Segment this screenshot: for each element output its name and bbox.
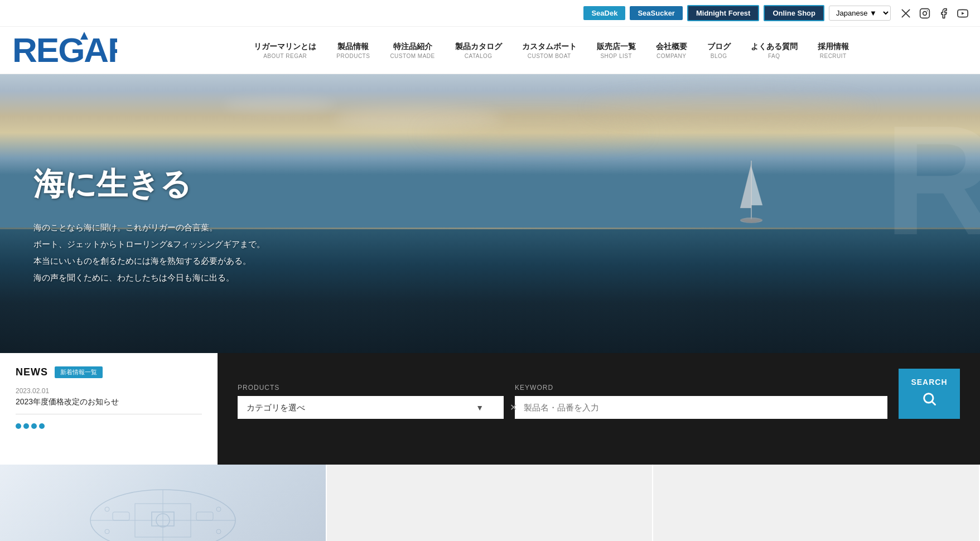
nav-catalog[interactable]: 製品カタログ CATALOG — [445, 36, 512, 65]
svg-point-20 — [105, 507, 109, 511]
svg-marker-3 — [962, 12, 964, 15]
twitter-icon[interactable] — [900, 7, 912, 20]
svg-rect-18 — [113, 512, 129, 520]
hero-cloud-2 — [223, 96, 335, 113]
seadek-button[interactable]: SeaDek — [583, 6, 625, 20]
svg-rect-19 — [196, 512, 213, 520]
nav-custom-boat[interactable]: カスタムボート CUSTOM BOAT — [512, 36, 587, 65]
nav-shop-list[interactable]: 販売店一覧 SHOP LIST — [587, 36, 646, 65]
product-card-1-inner — [0, 465, 326, 541]
search-row: PRODUCTS カテゴリを選べ ▼ ✕ KEYWORD SEARCH — [238, 369, 960, 419]
facebook-icon[interactable] — [938, 7, 950, 20]
search-button-label: SEARCH — [911, 378, 947, 387]
news-label: NEWS — [16, 366, 48, 378]
news-panel: NEWS 新着情報一覧 2023.02.01 2023年度価格改定のお知らせ — [0, 353, 218, 465]
svg-rect-0 — [920, 8, 930, 18]
svg-point-23 — [216, 529, 221, 534]
youtube-icon[interactable] — [957, 7, 969, 20]
nav-products[interactable]: 製品情報 PRODUCTS — [326, 36, 380, 65]
header: REGAR リガーマリンとは ABOUT REGAR 製品情報 PRODUCTS… — [0, 27, 980, 74]
news-header: NEWS 新着情報一覧 — [16, 366, 202, 378]
language-select[interactable]: Japanese ▼ English — [829, 6, 891, 21]
seasucker-button[interactable]: SeaSucker — [630, 6, 683, 20]
svg-point-22 — [105, 529, 109, 534]
category-select[interactable]: カテゴリを選べ — [238, 396, 504, 419]
keyword-label: KEYWORD — [515, 384, 887, 392]
nav-about[interactable]: リガーマリンとは ABOUT REGAR — [244, 36, 326, 65]
nav-blog[interactable]: ブログ BLOG — [697, 36, 741, 65]
search-keyword-col: KEYWORD — [515, 384, 887, 419]
svg-line-11 — [932, 402, 935, 404]
hero-cloud-3 — [422, 119, 645, 147]
svg-point-21 — [216, 507, 221, 511]
online-shop-button[interactable]: Online Shop — [764, 5, 824, 21]
search-button[interactable]: SEARCH — [899, 369, 960, 419]
midnight-forest-button[interactable]: Midnight Forest — [687, 5, 760, 21]
products-label: PRODUCTS — [238, 384, 504, 392]
hero-body: 海のことなら海に聞け。これがリガーの合言葉。 ボート、ジェットからトローリング&… — [33, 219, 265, 286]
svg-text:REGAR: REGAR — [12, 31, 117, 69]
product-grid-area — [0, 465, 980, 541]
clear-category-button[interactable]: ✕ — [510, 402, 517, 413]
dot-1[interactable] — [16, 423, 21, 429]
news-article-title[interactable]: 2023年度価格改定のお知らせ — [16, 397, 202, 407]
hero-text: 海に生きる 海のことなら海に聞け。これがリガーの合言葉。 ボート、ジェットからト… — [33, 163, 265, 286]
news-divider — [16, 414, 202, 414]
news-scroll-dots — [16, 423, 202, 429]
nav-faq[interactable]: よくある質問 FAQ — [741, 36, 808, 65]
category-select-wrapper: カテゴリを選べ ▼ ✕ — [238, 396, 504, 419]
nav-company[interactable]: 会社概要 COMPANY — [646, 36, 697, 65]
svg-marker-8 — [751, 166, 762, 205]
search-button-icon — [921, 391, 937, 410]
svg-marker-7 — [740, 163, 751, 208]
dot-3[interactable] — [31, 423, 37, 429]
top-bar: SeaDek SeaSucker Midnight Forest Online … — [0, 0, 980, 27]
svg-point-2 — [927, 10, 928, 11]
instagram-icon[interactable] — [919, 7, 931, 20]
search-products-col: PRODUCTS カテゴリを選べ ▼ ✕ — [238, 384, 504, 419]
news-date: 2023.02.01 — [16, 387, 202, 395]
hero-cloud-4 — [590, 91, 868, 124]
product-card-2[interactable] — [327, 465, 654, 541]
main-nav: リガーマリンとは ABOUT REGAR 製品情報 PRODUCTS 特注品紹介… — [134, 36, 969, 65]
product-card-3[interactable] — [653, 465, 980, 541]
search-panel: PRODUCTS カテゴリを選べ ▼ ✕ KEYWORD SEARCH — [218, 353, 980, 465]
nav-custom-made[interactable]: 特注品紹介 CUSTOM MADE — [380, 36, 445, 65]
nav-recruit[interactable]: 採用情報 RECRUIT — [808, 36, 859, 65]
social-icons — [900, 7, 969, 20]
dot-2[interactable] — [23, 423, 29, 429]
product-card-1[interactable] — [0, 465, 327, 541]
news-badge-button[interactable]: 新着情報一覧 — [55, 366, 103, 378]
hero-title: 海に生きる — [33, 163, 265, 206]
dot-4[interactable] — [39, 423, 45, 429]
logo[interactable]: REGAR — [11, 30, 123, 71]
hero-sailboat — [735, 158, 768, 236]
svg-point-1 — [923, 11, 927, 15]
hero-section: R 海に生きる 海のことなら海に聞け。これがリガーの合言葉。 ボート、ジェットか… — [0, 74, 980, 353]
keyword-input[interactable] — [515, 396, 887, 419]
bottom-section: NEWS 新着情報一覧 2023.02.01 2023年度価格改定のお知らせ P… — [0, 353, 980, 465]
